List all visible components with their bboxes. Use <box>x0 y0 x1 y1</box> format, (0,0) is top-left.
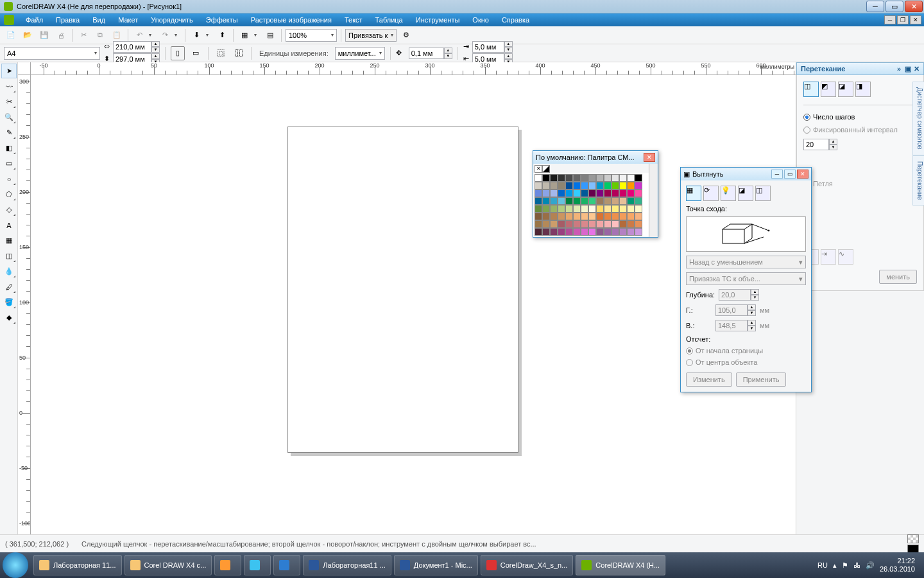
color-swatch[interactable] <box>588 228 596 236</box>
portrait-button[interactable]: ▯ <box>171 46 185 60</box>
extrude-edit-button[interactable]: Изменить <box>686 372 732 387</box>
color-swatch[interactable] <box>573 213 581 220</box>
smart-fill-tool[interactable]: ◧ <box>1 141 17 155</box>
import-button[interactable]: ⬇ <box>189 28 203 42</box>
color-swatch[interactable] <box>542 205 550 213</box>
open-button[interactable]: 📂 <box>21 28 35 42</box>
blend-steps-field[interactable]: ▲▼ <box>803 139 917 150</box>
color-swatch[interactable] <box>542 197 550 205</box>
window-maximize-button[interactable]: ▭ <box>886 1 903 12</box>
ruler-origin[interactable] <box>18 62 31 75</box>
color-swatch[interactable] <box>542 213 550 220</box>
taskbar-item[interactable] <box>214 555 241 575</box>
extrude-bevel-tab[interactable]: ◫ <box>755 186 771 201</box>
color-swatch[interactable] <box>604 220 612 228</box>
color-swatch[interactable] <box>612 174 619 182</box>
origin-object-radio[interactable]: От центра объекта <box>686 358 806 366</box>
origin-page-radio[interactable]: От начала страницы <box>686 347 806 355</box>
color-swatch[interactable] <box>565 174 573 182</box>
menu-Таблица[interactable]: Таблица <box>369 16 409 24</box>
blend-loop-checkbox[interactable]: Петля <box>803 180 917 188</box>
color-swatch[interactable] <box>596 189 604 197</box>
window-minimize-button[interactable]: ─ <box>866 1 884 12</box>
color-swatch[interactable] <box>619 174 627 182</box>
taskbar-item[interactable]: CorelDraw_X4_s_n... <box>481 555 574 575</box>
color-swatch[interactable] <box>565 182 573 189</box>
blend-path-end-button[interactable]: ⇥ <box>821 249 836 265</box>
color-swatch[interactable] <box>596 174 604 182</box>
color-swatch[interactable] <box>635 174 642 182</box>
color-swatch[interactable] <box>558 174 565 182</box>
color-swatch[interactable] <box>558 205 565 213</box>
extrude-camera-tab[interactable]: ▦ <box>686 186 701 201</box>
color-swatch[interactable] <box>535 197 542 205</box>
blend-fixed-radio[interactable]: Фиксированный интервал <box>803 126 917 134</box>
menu-Упорядочить[interactable]: Упорядочить <box>144 16 199 24</box>
color-swatch[interactable] <box>612 220 619 228</box>
menu-Инструменты[interactable]: Инструменты <box>409 16 466 24</box>
extrude-apply-button[interactable]: Применить <box>736 372 787 387</box>
color-swatch[interactable] <box>542 220 550 228</box>
start-button[interactable] <box>3 552 28 578</box>
mdi-minimize-button[interactable]: ─ <box>884 15 896 24</box>
color-swatch[interactable] <box>596 220 604 228</box>
color-swatch[interactable] <box>619 205 627 213</box>
color-swatch[interactable] <box>619 197 627 205</box>
polygon-tool[interactable]: ⬠ <box>1 187 17 202</box>
color-swatch[interactable] <box>596 213 604 220</box>
color-swatch[interactable] <box>619 228 627 236</box>
paper-size-combo[interactable]: A4▾ <box>4 47 100 60</box>
color-swatch[interactable] <box>573 220 581 228</box>
all-pages-button[interactable]: ⿴ <box>214 46 228 60</box>
color-swatch[interactable] <box>581 213 588 220</box>
crop-tool[interactable]: ✂ <box>1 94 17 109</box>
color-swatch[interactable] <box>542 228 550 236</box>
blend-steps-tab[interactable]: ◫ <box>803 82 819 97</box>
taskbar-item[interactable]: CorelDRAW X4 (Н... <box>576 555 665 575</box>
color-swatch[interactable] <box>619 220 627 228</box>
color-swatch[interactable] <box>627 220 635 228</box>
color-swatch[interactable] <box>550 228 558 236</box>
color-swatch[interactable] <box>565 205 573 213</box>
color-swatch[interactable] <box>635 220 642 228</box>
color-swatch[interactable] <box>565 189 573 197</box>
color-swatch[interactable] <box>604 182 612 189</box>
menu-Справка[interactable]: Справка <box>495 16 536 24</box>
palette-title-bar[interactable]: По умолчанию: Палитра СМ... ✕ <box>533 151 658 164</box>
color-swatch[interactable] <box>588 174 596 182</box>
color-swatch[interactable] <box>635 228 642 236</box>
color-swatch[interactable] <box>581 182 588 189</box>
vertical-ruler[interactable]: 300250200150100500-50-100 <box>18 75 31 539</box>
nudge-field[interactable]: ▲▼ <box>409 48 452 59</box>
duplicate-x-field[interactable]: ⇥▲▼ <box>463 41 513 53</box>
save-button[interactable]: 💾 <box>37 28 51 42</box>
color-swatch[interactable] <box>627 197 635 205</box>
fill-tool[interactable]: 🪣 <box>1 295 17 310</box>
zoom-tool[interactable]: 🔍 <box>1 110 17 125</box>
color-swatch[interactable] <box>535 182 542 189</box>
outline-tool[interactable]: 🖊 <box>1 279 17 294</box>
extrude-close-button[interactable]: ✕ <box>797 170 809 179</box>
color-swatch[interactable] <box>627 228 635 236</box>
color-swatch[interactable] <box>565 220 573 228</box>
color-swatch[interactable] <box>588 182 596 189</box>
color-swatch[interactable] <box>573 228 581 236</box>
color-swatch[interactable] <box>612 205 619 213</box>
color-swatch[interactable] <box>635 197 642 205</box>
color-swatch[interactable] <box>558 220 565 228</box>
docker-tab-0[interactable]: Диспетчер символов <box>912 82 924 155</box>
color-swatch[interactable] <box>596 205 604 213</box>
color-swatch[interactable] <box>550 197 558 205</box>
tray-flag-icon[interactable]: ⚑ <box>842 561 848 570</box>
color-swatch[interactable] <box>581 228 588 236</box>
app-launcher-button[interactable]: ▦ <box>237 28 252 42</box>
color-swatch[interactable] <box>604 213 612 220</box>
color-swatch[interactable] <box>565 213 573 220</box>
freehand-tool[interactable]: ✎ <box>1 125 17 140</box>
taskbar-item[interactable] <box>244 555 271 575</box>
color-swatch[interactable] <box>542 182 550 189</box>
color-swatch[interactable] <box>612 228 619 236</box>
color-swatch[interactable] <box>635 189 642 197</box>
tray-volume-icon[interactable]: 🔊 <box>866 561 875 570</box>
page-width-field[interactable]: ⬄▲▼ <box>104 41 160 53</box>
